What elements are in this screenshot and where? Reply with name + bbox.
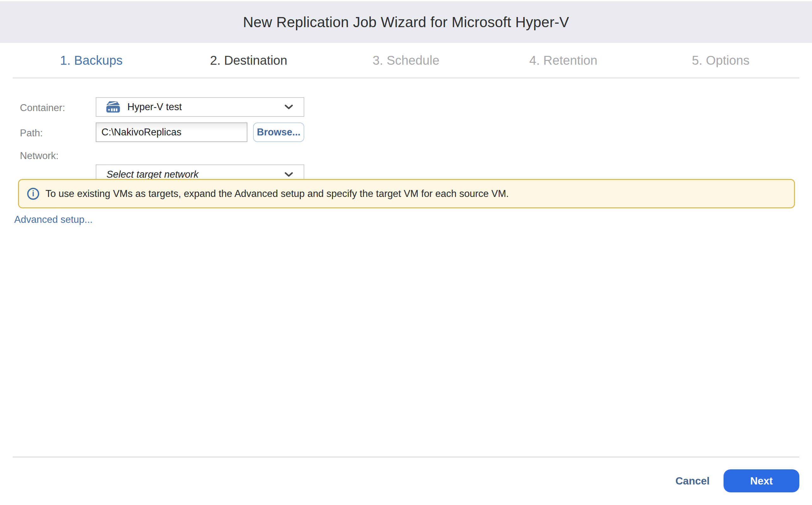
container-label: Container: (20, 102, 65, 114)
step-tab-destination[interactable]: 2. Destination (170, 43, 327, 77)
advanced-setup-link[interactable]: Advanced setup... (14, 214, 93, 225)
hyperv-host-icon (106, 101, 120, 113)
container-select[interactable]: Hyper-V test (96, 97, 304, 117)
cancel-button[interactable]: Cancel (676, 475, 710, 487)
info-icon: i (27, 188, 39, 200)
browse-button[interactable]: Browse... (253, 123, 304, 142)
wizard-steps: 1. Backups 2. Destination 3. Schedule 4.… (13, 43, 799, 78)
footer-actions: Cancel Next (676, 469, 799, 492)
page-title: New Replication Job Wizard for Microsoft… (243, 14, 569, 31)
step-tab-schedule[interactable]: 3. Schedule (327, 43, 485, 77)
next-button[interactable]: Next (723, 469, 799, 492)
step-tab-retention[interactable]: 4. Retention (485, 43, 642, 77)
chevron-down-icon (285, 172, 293, 177)
path-label: Path: (20, 128, 43, 139)
step-tab-backups[interactable]: 1. Backups (13, 43, 170, 77)
container-select-value: Hyper-V test (127, 101, 182, 113)
chevron-down-icon (285, 105, 293, 110)
footer-divider (13, 457, 799, 457)
network-select-value: Select target network (107, 169, 199, 180)
step-tab-options[interactable]: 5. Options (642, 43, 799, 77)
wizard-dialog: New Replication Job Wizard for Microsoft… (0, 0, 812, 505)
path-input[interactable] (96, 123, 247, 142)
info-banner: i To use existing VMs as targets, expand… (18, 179, 795, 208)
title-bar: New Replication Job Wizard for Microsoft… (0, 1, 812, 43)
info-banner-text: To use existing VMs as targets, expand t… (45, 188, 509, 199)
network-label: Network: (20, 150, 59, 162)
